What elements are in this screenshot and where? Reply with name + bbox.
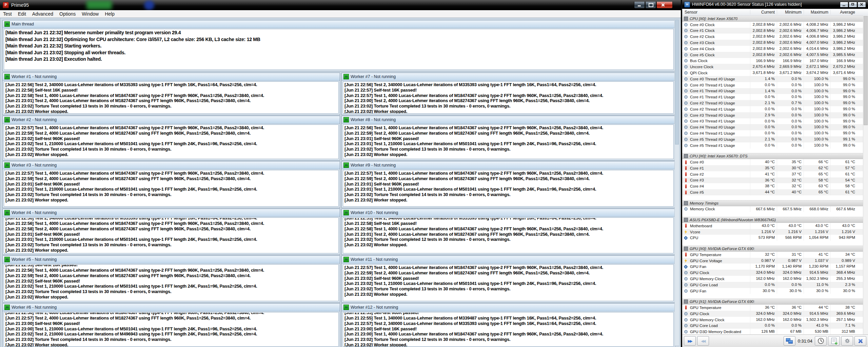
sensor-row[interactable]: Core #4 Thread #0 Usage0.0 %0.0 %100.0 %… xyxy=(682,124,868,130)
sensor-row[interactable]: Core #5 Thread #1 Usage0.0 %0.0 %100.0 %… xyxy=(682,142,868,149)
sensor-row[interactable]: GPU Fan30.0 %30.0 %30.0 %30.0 % xyxy=(682,288,868,294)
worker-log[interactable]: [Jun 21 22:57] Test 1, 4000 Lucas-Lehmer… xyxy=(343,264,674,301)
column-header-average[interactable]: Average xyxy=(830,10,857,15)
sensor-row[interactable]: Core #3 Clock2,002.8 MHz2,002.6 MHz4,007… xyxy=(682,40,868,46)
sensor-row[interactable]: Core #3 Thread #1 Usage0.0 %0.0 %100.0 %… xyxy=(682,118,868,124)
sensor-row[interactable]: Core #2 Thread #0 Usage2.1 %0.7 %100.0 %… xyxy=(682,100,868,106)
minimize-button[interactable] xyxy=(634,2,645,8)
sensor-row[interactable]: Core #0 Clock2,002.8 MHz2,002.6 MHz4,008… xyxy=(682,22,868,28)
worker-caption[interactable]: Worker #11 - Not running xyxy=(342,256,675,264)
worker-caption[interactable]: Worker #3 - Not running xyxy=(3,161,340,169)
column-header-current[interactable]: Current xyxy=(750,10,777,15)
vertical-scrollbar[interactable] xyxy=(674,19,679,346)
sensor-row[interactable]: GPU Core Load0.0 %0.0 %41.0 %7.1 % xyxy=(682,323,868,329)
menu-item-advanced[interactable]: Advanced xyxy=(29,10,56,18)
sensor-row[interactable]: GPU Fan1,170 RPM1,140 RPM1,230 RPM1,157 … xyxy=(682,264,868,270)
sensor-row[interactable]: Vcore1.216 V1.216 V1.216 V1.216 V xyxy=(682,229,868,235)
sensor-row[interactable]: Core #2 Clock2,002.8 MHz2,002.6 MHz4,006… xyxy=(682,34,868,40)
sensor-row[interactable]: QPI Clock3,671.8 MHz3,671.2 MHz3,674.2 M… xyxy=(682,70,868,76)
sensor-row[interactable]: GPU Clock324.0 MHz324.0 MHz914.5 MHz369.… xyxy=(682,311,868,317)
sensor-row[interactable]: Core #1 Thread #0 Usage1.4 %0.0 %100.0 %… xyxy=(682,88,868,94)
sensor-row[interactable]: Bus Clock166.9 MHz166.9 MHz167.0 MHz166.… xyxy=(682,58,868,64)
sensor-row[interactable]: Core #040 °C35 °C66 °C61 °C xyxy=(682,159,868,165)
worker-caption[interactable]: Worker #5 - Not running xyxy=(3,256,340,264)
sensor-value: 369.6 MHz xyxy=(830,311,857,317)
worker-log[interactable]: [Jun 21 22:55] Self-test 16K passed![Jun… xyxy=(4,264,339,301)
sensor-row[interactable]: Core #5 Thread #0 Usage2.1 %0.0 %100.0 %… xyxy=(682,136,868,142)
maximize-button[interactable] xyxy=(849,2,857,7)
close-sensors-button[interactable] xyxy=(854,336,866,346)
menu-item-window[interactable]: Window xyxy=(79,10,102,18)
sensor-row[interactable]: Core #438 °C32 °C63 °C58 °C xyxy=(682,183,868,189)
sensor-row[interactable]: Core #4 Thread #1 Usage0.0 %0.0 %100.0 %… xyxy=(682,130,868,136)
worker-log[interactable]: [Jun 21 22:56] Test 2, 340000 Lucas-Lehm… xyxy=(4,81,339,114)
scrollbar-thumb[interactable] xyxy=(675,20,679,144)
expand-values-button[interactable]: ▶▶ xyxy=(684,336,696,346)
sensor-row[interactable]: Core #5 Clock2,002.8 MHz2,002.6 MHz4,007… xyxy=(682,52,868,58)
menu-item-edit[interactable]: Edit xyxy=(15,10,29,18)
worker-caption[interactable]: Worker #8 - Not running xyxy=(342,116,675,124)
sensor-row[interactable]: CPU573 RPM566 RPM1,054 RPM943 RPM xyxy=(682,235,868,241)
sensor-row[interactable]: GPU Temperature36 °C36 °C44 °C38 °C xyxy=(682,305,868,311)
settings-button[interactable] xyxy=(841,336,853,346)
sensor-row[interactable]: Core #3 Thread #0 Usage2.9 %0.0 %100.0 %… xyxy=(682,112,868,118)
worker-caption[interactable]: Worker #6 - Not running xyxy=(3,304,340,311)
sensor-row[interactable]: GPU Clock324.0 MHz324.0 MHz914.5 MHz368.… xyxy=(682,270,868,276)
sensor-row[interactable]: Core #4 Clock2,002.8 MHz2,002.6 MHz4,014… xyxy=(682,46,868,52)
sensor-row[interactable]: Core #241 °C37 °C65 °C61 °C xyxy=(682,171,868,177)
sensor-row[interactable]: GPU Memory Clock162.0 MHz162.0 MHz1,502.… xyxy=(682,317,868,323)
sensor-row[interactable]: Motherboard43.0 °C43.0 °C43.0 °C43.0 °C xyxy=(682,223,868,229)
scrollbar-thumb[interactable] xyxy=(864,16,868,125)
sensor-row[interactable]: GPU Core Load0.0 %0.0 %11.0 %2.3 % xyxy=(682,282,868,288)
worker-log[interactable]: [Jun 21 22:55] Test 2, 340000 Lucas-Lehm… xyxy=(343,217,674,253)
menu-item-options[interactable]: Options xyxy=(56,10,79,18)
worker-log[interactable]: [Jun 21 22:56] Test 1, 4000 Lucas-Lehmer… xyxy=(343,124,674,159)
main-thread-log[interactable]: [Main thread Jun 21 22:32] Mersenne numb… xyxy=(4,29,674,70)
sensor-row[interactable]: GPU D3D Memory Dedicated126 MB67 MB530 M… xyxy=(682,329,868,335)
close-button[interactable] xyxy=(656,2,673,8)
sensor-row[interactable]: Uncore Clock2,670.4 MHz2,669.9 MHz2,672.… xyxy=(682,64,868,70)
collapse-values-button[interactable]: ◀◀ xyxy=(697,336,709,346)
column-header-minimum[interactable]: Minimum xyxy=(777,10,804,15)
worker-log[interactable]: [Jun 21 22:57] Test 1, 4000 Lucas-Lehmer… xyxy=(4,124,339,159)
worker-log[interactable]: [Jun 21 22:57] Test 1, 4000 Lucas-Lehmer… xyxy=(343,170,674,207)
sensor-row[interactable]: Core #0 Thread #1 Usage0.0 %0.0 %100.0 %… xyxy=(682,82,868,88)
logging-report-button[interactable] xyxy=(828,336,840,346)
worker-log[interactable]: [Jun 21 22:57] Test 1, 4000 Lucas-Lehmer… xyxy=(4,170,339,207)
sensor-row[interactable]: Memory Clock667.6 MHz667.5 MHz668.0 MHz6… xyxy=(682,206,868,212)
worker-log[interactable]: [Jun 21 22:56] Test 1, 4000 Lucas-Lehmer… xyxy=(4,312,339,347)
prime95-titlebar[interactable]: Prime95 xyxy=(0,0,681,10)
worker-caption[interactable]: Worker #12 - Not running xyxy=(342,304,675,311)
menu-item-help[interactable]: Help xyxy=(102,10,118,18)
sensor-row[interactable]: Core #336 °C32 °C58 °C54 °C xyxy=(682,177,868,184)
vertical-scrollbar[interactable] xyxy=(863,16,868,335)
worker-caption[interactable]: Worker #1 - Not running xyxy=(3,73,340,81)
maximize-button[interactable] xyxy=(645,2,656,8)
sensor-row[interactable]: GPU Memory Clock162.0 MHz162.0 MHz1,502.… xyxy=(682,276,868,282)
sensor-row[interactable]: GPU Core Voltage0.987 V0.987 V1.037 V0.9… xyxy=(682,258,868,264)
reset-clock-button[interactable] xyxy=(815,336,827,346)
sensor-row[interactable]: Core #1 Clock2,002.8 MHz2,002.6 MHz4,006… xyxy=(682,28,868,34)
worker-log[interactable]: [Jun 21 22:56] Test 2, 340000 Lucas-Lehm… xyxy=(343,81,674,114)
sensor-row[interactable]: Core #544 °C40 °C65 °C61 °C xyxy=(682,189,868,195)
sensor-row[interactable]: Core #0 Thread #0 Usage1.4 %0.0 %100.0 %… xyxy=(682,76,868,82)
worker-caption[interactable]: Worker #10 - Not running xyxy=(342,209,675,217)
sensor-row[interactable]: Core #1 Thread #1 Usage0.0 %0.0 %100.0 %… xyxy=(682,94,868,100)
main-thread-caption[interactable]: Main thread xyxy=(3,20,675,28)
worker-caption[interactable]: Worker #9 - Not running xyxy=(342,161,675,169)
sensor-row[interactable]: Core #135 °C30 °C62 °C57 °C xyxy=(682,165,868,171)
hwinfo-titlebar[interactable]: HWiNFO64 v6.00-3620 Sensor Status [126 v… xyxy=(682,0,868,9)
remote-monitoring-button[interactable] xyxy=(784,336,795,346)
sensor-row[interactable]: GPU Temperature32 °C31 °C41 °C34 °C xyxy=(682,252,868,258)
worker-caption[interactable]: Worker #2 - Not running xyxy=(3,116,340,124)
worker-log[interactable]: [Jun 21 22:56] Test 2, 340000 Lucas-Lehm… xyxy=(4,217,339,253)
menu-item-test[interactable]: Test xyxy=(0,10,15,18)
worker-log[interactable]: [Jun 21 22:55] Self-test 960K passed![Ju… xyxy=(343,312,674,347)
sensor-row[interactable]: Core #2 Thread #1 Usage0.0 %0.0 %100.0 %… xyxy=(682,106,868,112)
column-header-maximum[interactable]: Maximum xyxy=(804,10,830,15)
column-header-sensor[interactable]: Sensor xyxy=(682,10,750,15)
close-button[interactable] xyxy=(857,2,866,7)
worker-caption[interactable]: Worker #7 - Not running xyxy=(342,73,675,81)
minimize-button[interactable] xyxy=(840,2,848,7)
worker-caption[interactable]: Worker #4 - Not running xyxy=(3,209,340,217)
